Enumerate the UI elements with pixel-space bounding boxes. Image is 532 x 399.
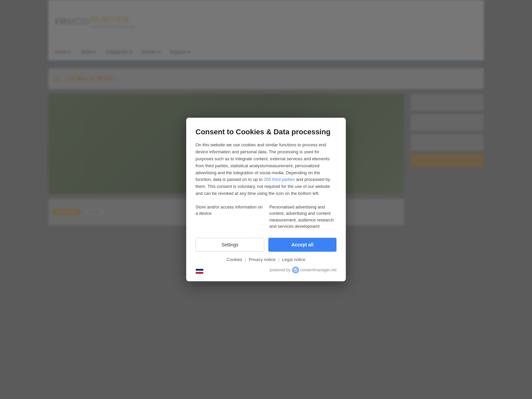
legal-notice-link[interactable]: Legal notice: [282, 257, 305, 262]
language-selector[interactable]: [196, 269, 203, 274]
consentmanager-brand: consentmanager.net: [300, 268, 336, 272]
svg-point-0: [294, 268, 298, 272]
separator-2: |: [278, 257, 279, 262]
purpose-left: Store and/or access information on a dev…: [196, 204, 263, 230]
separator-1: |: [245, 257, 246, 262]
consentmanager-logo: consentmanager.net: [292, 267, 336, 273]
cm-logo-icon: [292, 267, 299, 273]
accept-all-button[interactable]: Accept all: [268, 238, 336, 252]
modal-body-text-before: On this website we use cookies and simil…: [196, 142, 330, 182]
modal-body: On this website we use cookies and simil…: [196, 142, 336, 197]
privacy-notice-link[interactable]: Privacy notice: [249, 257, 276, 262]
purpose-right: Personalised advertising and content, ad…: [269, 204, 336, 230]
modal-overlay: Consent to Cookies & Data processing On …: [0, 0, 532, 399]
cookies-link[interactable]: Cookies: [227, 257, 242, 262]
modal-buttons: Settings Accept all: [196, 238, 336, 252]
powered-by-text: powered by: [270, 268, 290, 272]
modal-purposes: Store and/or access information on a dev…: [196, 204, 336, 230]
modal-links: Cookies | Privacy notice | Legal notice: [196, 257, 336, 262]
modal-footer: powered by consentmanager.net: [196, 267, 336, 273]
settings-button[interactable]: Settings: [196, 238, 264, 252]
modal-title: Consent to Cookies & Data processing: [196, 128, 336, 136]
uk-flag-icon: [196, 269, 203, 274]
cookie-modal: Consent to Cookies & Data processing On …: [186, 118, 346, 281]
third-parties-link[interactable]: 205 third parties: [264, 177, 295, 182]
